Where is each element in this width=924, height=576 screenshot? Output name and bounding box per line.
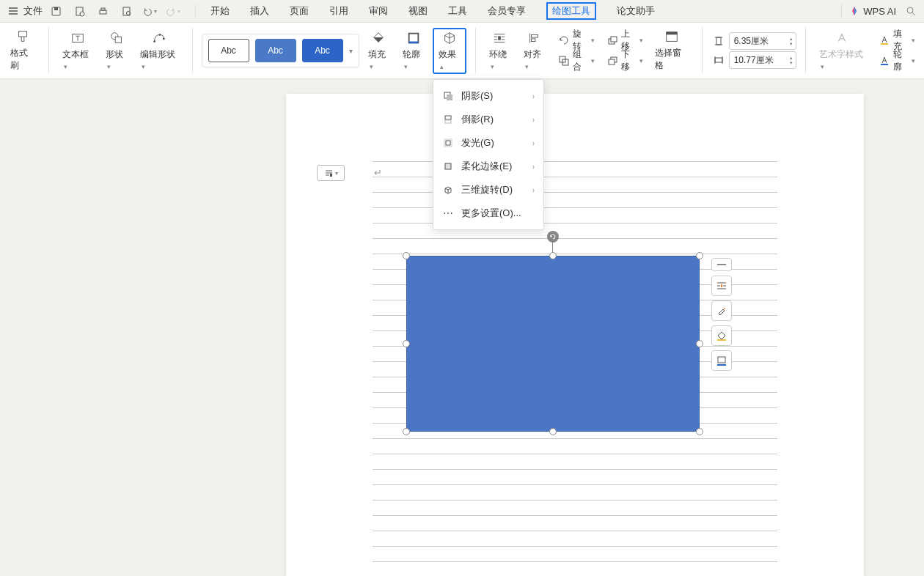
- selected-rectangle-shape[interactable]: [406, 256, 700, 432]
- float-fill-button[interactable]: [711, 325, 732, 346]
- group-button[interactable]: 组合▾: [554, 51, 598, 70]
- handle-w[interactable]: [403, 340, 410, 347]
- wps-ai-icon: [849, 6, 859, 16]
- svg-rect-38: [718, 357, 725, 363]
- text-outline-button[interactable]: 轮廓▾: [874, 51, 918, 70]
- text-fill-button[interactable]: 填充▾: [874, 31, 918, 50]
- art-style-label: 艺术字样式: [819, 49, 863, 59]
- save-icon[interactable]: [48, 4, 63, 18]
- shadow-label: 阴影(S): [461, 89, 493, 103]
- edit-shape-button[interactable]: 编辑形状▾: [136, 31, 183, 71]
- wps-ai-button[interactable]: WPS AI: [849, 6, 896, 17]
- height-input[interactable]: 6.35厘米▴▾: [729, 32, 796, 50]
- svg-rect-28: [667, 32, 678, 35]
- width-input[interactable]: 10.77厘米▴▾: [729, 51, 796, 69]
- svg-rect-12: [115, 37, 121, 43]
- handle-se[interactable]: [696, 428, 703, 435]
- tab-review[interactable]: 审阅: [369, 4, 388, 18]
- handle-sw[interactable]: [403, 428, 410, 435]
- wrap-button[interactable]: 环绕▾: [485, 31, 515, 71]
- tab-member[interactable]: 会员专享: [488, 4, 526, 18]
- align-button[interactable]: 对齐▾: [519, 31, 549, 71]
- ribbon: 格式刷 文本框▾ 形状▾ 编辑形状▾ Abc Abc Abc ▾ 填充▾ 轮廓▾…: [0, 22, 924, 79]
- reflection-label: 倒影(R): [461, 113, 494, 126]
- tab-thesis[interactable]: 论文助手: [617, 4, 655, 18]
- tab-insert[interactable]: 插入: [250, 4, 269, 18]
- selection-pane-button[interactable]: 选择窗格: [650, 29, 693, 72]
- svg-rect-18: [499, 36, 502, 40]
- float-layout-button[interactable]: [711, 276, 732, 296]
- handle-e[interactable]: [696, 340, 703, 347]
- effect-soft-edges-item[interactable]: 柔化边缘(E)›: [433, 155, 543, 178]
- effect-button[interactable]: 效果▴: [433, 28, 466, 74]
- move-up-button[interactable]: 上移▾: [602, 31, 646, 50]
- effect-reflection-item[interactable]: 倒影(R)›: [433, 108, 543, 131]
- undo-icon[interactable]: ▾: [142, 4, 157, 18]
- effect-more-item[interactable]: ⋯ 更多设置(O)...: [433, 202, 543, 225]
- effect-3d-rotation-item[interactable]: 三维旋转(D)›: [433, 178, 543, 202]
- separator: [48, 28, 49, 73]
- style-preset-3[interactable]: Abc: [302, 39, 343, 62]
- float-outline-button[interactable]: [711, 350, 732, 371]
- fill-button[interactable]: 填充▾: [364, 31, 394, 71]
- rotate-button[interactable]: 旋转▾: [554, 31, 598, 50]
- style-preset-2[interactable]: Abc: [255, 39, 296, 62]
- shadow-icon: [442, 90, 454, 102]
- svg-rect-20: [531, 38, 535, 41]
- search-icon[interactable]: [903, 4, 918, 18]
- tab-drawing-tools[interactable]: 绘图工具: [546, 2, 596, 20]
- effect-label: 效果: [439, 49, 456, 59]
- align-label: 对齐: [524, 49, 541, 59]
- width-value: 10.77厘米: [734, 54, 774, 67]
- style-preset-1[interactable]: Abc: [208, 39, 249, 62]
- effect-shadow-item[interactable]: 阴影(S)›: [433, 84, 543, 108]
- handle-ne[interactable]: [696, 252, 703, 259]
- separator: [805, 28, 806, 73]
- more-label: 更多设置(O)...: [461, 207, 521, 220]
- outline-icon: [406, 31, 421, 45]
- shapes-button[interactable]: 形状▾: [101, 31, 131, 71]
- file-menu[interactable]: 文件: [6, 4, 43, 18]
- width-icon: [711, 53, 726, 67]
- float-format-button[interactable]: [711, 300, 732, 321]
- tab-start[interactable]: 开始: [210, 4, 230, 18]
- tab-view[interactable]: 视图: [408, 4, 428, 18]
- handle-s[interactable]: [549, 428, 557, 435]
- move-down-button[interactable]: 下移▾: [602, 51, 646, 70]
- style-gallery-more[interactable]: ▾: [349, 47, 353, 55]
- svg-rect-35: [721, 284, 722, 287]
- print-preview-icon[interactable]: [72, 4, 87, 18]
- svg-rect-34: [717, 264, 726, 265]
- textbox-icon: [70, 31, 85, 45]
- print-icon[interactable]: [95, 4, 110, 18]
- textbox-button[interactable]: 文本框▾: [58, 31, 97, 71]
- paragraph-layout-indicator[interactable]: ▾: [317, 165, 345, 181]
- shape-float-toolbar: [711, 258, 732, 371]
- soft-edges-icon: [442, 160, 454, 172]
- svg-rect-39: [717, 364, 726, 366]
- handle-n[interactable]: [549, 252, 557, 259]
- selection-pane-icon: [664, 29, 679, 44]
- redo-icon[interactable]: ▾: [166, 4, 180, 18]
- format-painter-button[interactable]: 格式刷: [6, 29, 40, 72]
- glow-icon: [442, 137, 454, 149]
- svg-rect-32: [881, 64, 888, 65]
- rotation-handle[interactable]: [547, 231, 559, 243]
- effect-glow-item[interactable]: 发光(G)›: [433, 131, 543, 155]
- tab-page[interactable]: 页面: [290, 4, 309, 18]
- handle-nw[interactable]: [403, 252, 410, 259]
- outline-button[interactable]: 轮廓▾: [398, 31, 428, 71]
- shape-style-gallery[interactable]: Abc Abc Abc ▾: [202, 34, 359, 67]
- separator: [192, 28, 193, 73]
- soft-edges-label: 柔化边缘(E): [461, 160, 512, 173]
- move-down-icon: [605, 53, 619, 68]
- svg-rect-26: [609, 59, 615, 64]
- float-collapse-button[interactable]: [711, 258, 732, 271]
- svg-point-3: [80, 12, 84, 16]
- tab-reference[interactable]: 引用: [329, 4, 348, 18]
- effect-dropdown: 阴影(S)› 倒影(R)› 发光(G)› 柔化边缘(E)› 三维旋转(D)› ⋯…: [433, 79, 544, 230]
- wps-ai-label: WPS AI: [863, 6, 896, 17]
- art-style-button[interactable]: 艺术字样式▾: [815, 31, 870, 71]
- tab-tools[interactable]: 工具: [448, 4, 467, 18]
- find-icon[interactable]: [119, 4, 133, 18]
